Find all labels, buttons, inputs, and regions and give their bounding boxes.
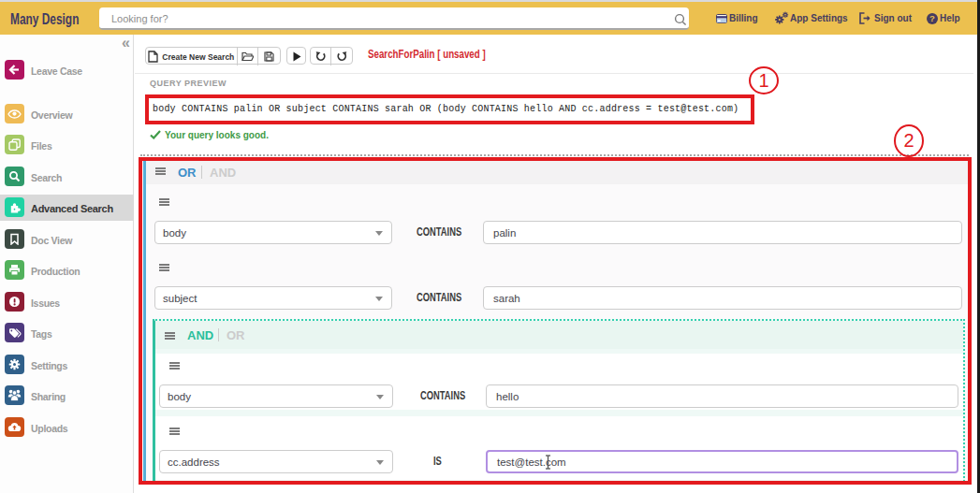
svg-text:?: ? xyxy=(929,13,935,23)
